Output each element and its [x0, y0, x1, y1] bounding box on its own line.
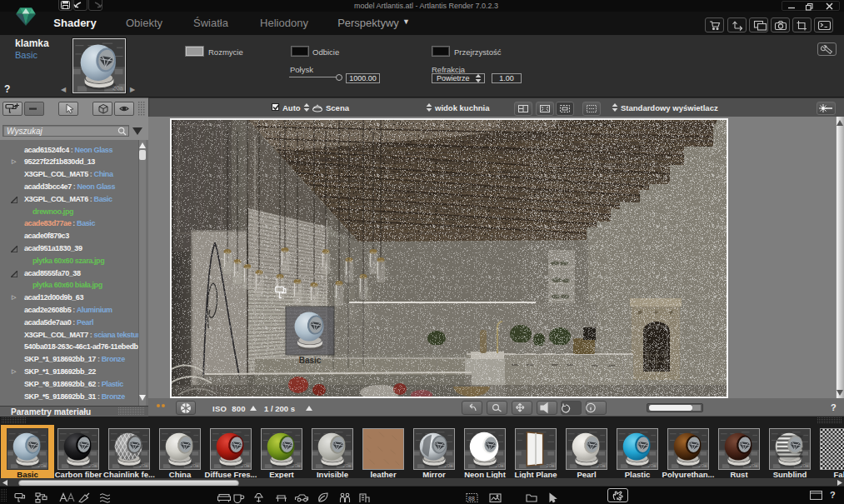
svg-text:20a: 20a	[546, 463, 554, 468]
svg-text:Basic: Basic	[299, 356, 322, 365]
svg-text:88: 88	[468, 496, 475, 502]
